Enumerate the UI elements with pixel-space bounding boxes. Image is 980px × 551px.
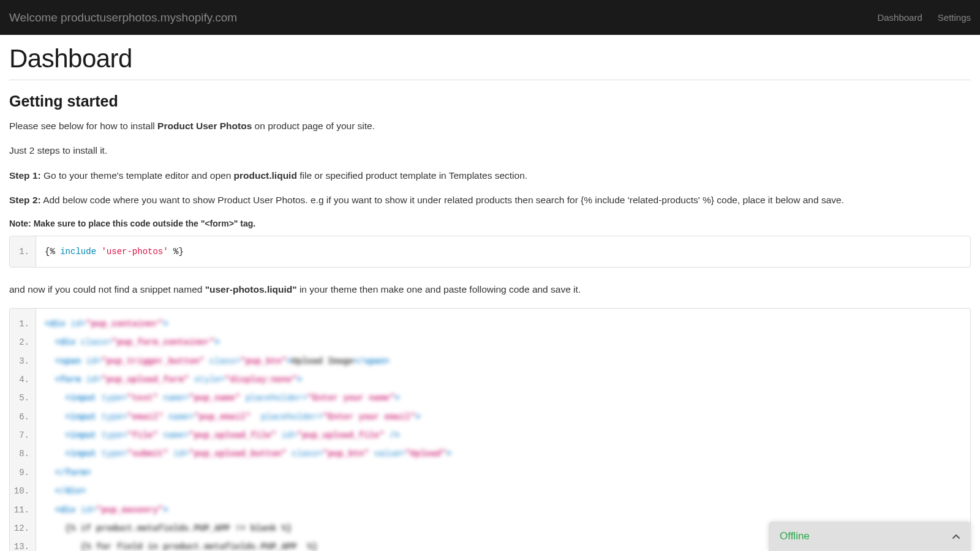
intro-paragraph: Please see below for how to install Prod… [9,119,971,133]
linenum: 12. [10,519,36,538]
linenum: 1. [10,315,36,333]
step2-paragraph: Step 2: Add below code where you want to… [9,193,971,207]
chat-widget[interactable]: Offline [769,522,971,551]
linenum: 11. [10,501,36,519]
linenum: 10. [10,482,36,500]
linenum: 6. [10,408,36,426]
navbar-links: Dashboard Settings [877,12,971,23]
linenum: 5. [10,389,36,407]
page-title: Dashboard [9,44,971,73]
code-content-2[interactable]: <div id="pup_container"> <div class="pup… [36,309,970,551]
chevron-up-icon [952,532,960,541]
linenum: 1. [10,242,36,261]
snippet-instr-post: in your theme then make one and paste fo… [297,284,581,294]
snippet-filename: "user-photos.liquid" [205,284,297,294]
linenum: 7. [10,426,36,444]
step2-text: Add below code where you want to show Pr… [41,195,844,205]
intro-product-name: Product User Photos [157,121,252,131]
chat-status-text: Offline [780,530,810,542]
navbar-welcome-text: Welcome productuserphotos.myshopify.com [9,11,237,24]
nav-link-settings[interactable]: Settings [938,12,971,23]
snippet-instruction: and now if you could not find a snippet … [9,283,971,296]
code-linenums-1: 1. [10,236,36,267]
codeline: {% include 'user-photos' %} [45,242,962,261]
linenum: 8. [10,444,36,463]
intro-text-pre: Please see below for how to install [9,121,157,131]
code-snippet-1: 1. {% include 'user-photos' %} [9,236,971,268]
code-linenums-2: 1. 2. 3. 4. 5. 6. 7. 8. 9. 10. 11. 12. 1… [10,309,36,551]
snippet-instr-pre: and now if you could not find a snippet … [9,284,205,294]
code-snippet-2: 1. 2. 3. 4. 5. 6. 7. 8. 9. 10. 11. 12. 1… [9,308,971,551]
step1-pre: Go to your theme's template editor and o… [41,170,234,181]
section-heading-getting-started: Getting started [9,92,971,110]
main-container: Dashboard Getting started Please see bel… [0,35,980,551]
code-content-1[interactable]: {% include 'user-photos' %} [36,236,970,267]
step1-paragraph: Step 1: Go to your theme's template edit… [9,169,971,182]
steps-hint: Just 2 steps to install it. [9,144,971,157]
step1-label: Step 1: [9,170,41,181]
step1-post: file or specified product template in Te… [297,170,527,181]
note-text: Note: Make sure to place this code outsi… [9,219,971,228]
linenum: 13. [10,538,36,551]
title-divider [9,80,971,80]
step1-filename: product.liquid [234,170,297,181]
linenum: 3. [10,352,36,370]
step2-label: Step 2: [9,195,41,205]
navbar: Welcome productuserphotos.myshopify.com … [0,0,980,35]
intro-text-post: on product page of your site. [252,121,375,131]
linenum: 4. [10,370,36,389]
linenum: 9. [10,463,36,482]
nav-link-dashboard[interactable]: Dashboard [877,12,922,23]
linenum: 2. [10,333,36,351]
